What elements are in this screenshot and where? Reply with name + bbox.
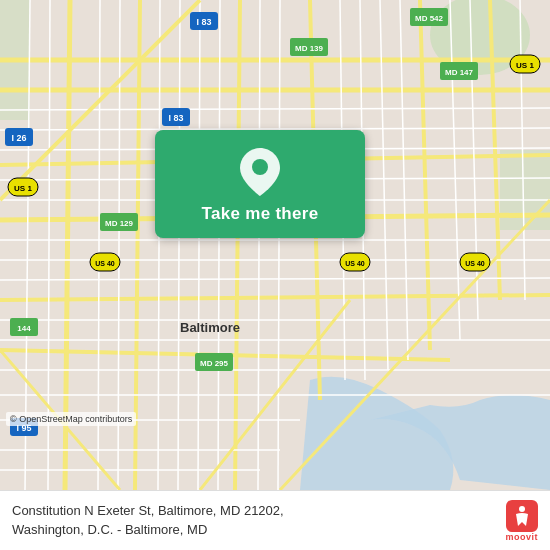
svg-point-82 [252, 159, 268, 175]
map-container: I 83 I 83 MD 542 MD 139 MD 147 US 1 US 1… [0, 0, 550, 490]
svg-point-84 [519, 506, 525, 512]
address-line1: Constitution N Exeter St, Baltimore, MD … [12, 503, 284, 518]
svg-text:MD 295: MD 295 [200, 359, 229, 368]
svg-text:MD 542: MD 542 [415, 14, 444, 23]
moovit-logo: moovit [505, 500, 538, 542]
svg-text:MD 139: MD 139 [295, 44, 324, 53]
svg-text:I 83: I 83 [196, 17, 211, 27]
take-me-there-button[interactable]: Take me there [155, 130, 365, 238]
svg-text:US 40: US 40 [465, 260, 485, 267]
svg-text:MD 129: MD 129 [105, 219, 134, 228]
bottom-bar: Constitution N Exeter St, Baltimore, MD … [0, 490, 550, 550]
svg-text:I 83: I 83 [168, 113, 183, 123]
svg-rect-3 [500, 150, 550, 230]
moovit-brand-text: moovit [505, 532, 538, 542]
address-line2: Washington, D.C. - Baltimore, MD [12, 522, 207, 537]
address-text: Constitution N Exeter St, Baltimore, MD … [12, 502, 497, 538]
svg-text:144: 144 [17, 324, 31, 333]
svg-text:US 40: US 40 [345, 260, 365, 267]
map-attribution: © OpenStreetMap contributors [6, 412, 136, 426]
svg-text:US 1: US 1 [14, 184, 32, 193]
svg-text:MD 147: MD 147 [445, 68, 474, 77]
svg-text:US 1: US 1 [516, 61, 534, 70]
svg-text:I 26: I 26 [11, 133, 26, 143]
location-pin-icon [240, 148, 280, 196]
moovit-icon [506, 500, 538, 532]
svg-text:US 40: US 40 [95, 260, 115, 267]
take-me-there-label: Take me there [202, 204, 319, 224]
